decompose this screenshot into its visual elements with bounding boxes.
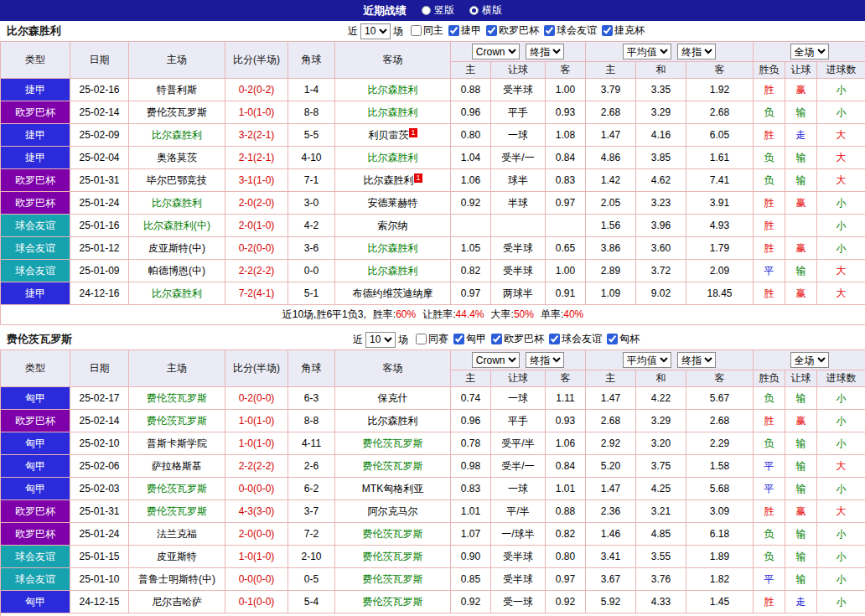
avg-draw-cell: 9.02 [636,282,686,305]
filter-checkbox[interactable]: 球会友谊 [544,23,597,38]
checkbox-input[interactable] [416,334,427,344]
odds-home-cell: 0.78 [451,432,491,455]
odds-away-cell: 0.65 [546,237,586,260]
handicap-result-cell: 输 [785,432,817,455]
home-team-cell: 比尔森胜利(中) [129,215,225,237]
sub-odds-away: 客 [546,62,586,79]
score-cell: 1-0(1-0) [225,546,288,568]
checkbox-label: 球会友谊 [557,23,597,38]
result-cell: 负 [754,523,785,546]
result-cell: 负 [754,169,785,192]
goals-result-cell: 小 [817,387,865,410]
checkbox-input[interactable] [544,25,555,36]
handicap-cell: 一球 [491,387,546,410]
avg-final-select[interactable]: 终指 [677,352,716,368]
fulltime-select[interactable]: 全场 [790,44,829,60]
corner-cell: 0-0 [288,260,335,282]
results-body: 捷甲25-02-16特普利斯0-2(0-2)1-4比尔森胜利0.88受半球1.0… [1,79,865,305]
handicap-cell: 受一球 [491,591,546,613]
filter-checkbox[interactable]: 同主 [411,23,443,38]
handicap-result-cell: 赢 [785,282,817,305]
final-odds-select[interactable]: 终指 [526,44,564,60]
league-cell: 球会友谊 [1,546,70,568]
league-cell: 球会友谊 [1,237,70,260]
avg-away-cell: 1.92 [686,79,754,101]
col-home: 主场 [129,42,225,79]
avg-draw-cell: 3.29 [636,410,686,432]
odds-away-cell: 1.06 [546,432,586,455]
bookmaker-select[interactable]: Crown [472,44,520,60]
final-odds-select[interactable]: 终指 [526,352,564,368]
odds-home-cell: 0.97 [451,282,491,305]
goals-result-cell: 小 [817,523,865,546]
layout-radio-horizontal[interactable]: 横版 [469,3,502,18]
goals-result-cell: 小 [817,568,865,591]
checkbox-input[interactable] [549,334,560,344]
avg-home-cell: 5.20 [586,455,636,478]
col-away: 客场 [335,350,451,387]
bookmaker-select[interactable]: Crown [472,352,520,368]
match-count-select[interactable]: 10 [365,332,396,348]
layout-radio-vertical[interactable]: 竖版 [422,3,454,18]
team-section-away: 费伦茨瓦罗斯 近 10 场 同赛匈甲欧罗巴杯球会友谊匈杯 类型 日期 主场 比分… [0,329,865,616]
goals-result-cell: 小 [817,546,865,568]
avg-draw-cell: 3.23 [636,192,686,215]
checkbox-input[interactable] [448,25,459,36]
date-cell: 25-01-15 [70,546,129,568]
fulltime-select[interactable]: 全场 [790,352,829,368]
avg-away-cell: 1.82 [686,568,754,591]
corner-cell: 7-1 [288,169,335,192]
odds-home-cell: 0.82 [451,260,491,282]
corner-cell: 2-6 [288,455,335,478]
radio-icon[interactable] [422,6,431,15]
match-row: 球会友谊25-01-15皮亚斯特1-0(1-0)2-10费伦茨瓦罗斯0.90受半… [1,546,865,568]
date-cell: 25-02-10 [70,432,129,455]
filter-checkbox[interactable]: 捷甲 [448,23,481,38]
checkbox-input[interactable] [411,25,422,36]
result-cell: 平 [754,260,785,282]
away-team-cell: 费伦茨瓦罗斯 [335,523,451,546]
average-select[interactable]: 平均值 [623,352,671,368]
checkbox-input[interactable] [486,25,497,36]
page-title: 近期战绩 [363,3,407,18]
avg-away-cell: 2.29 [686,432,754,455]
home-team-cell: 普鲁士明斯特(中) [129,568,225,591]
result-cell: 胜 [754,192,785,215]
odds-away-cell: 0.91 [546,282,586,305]
filter-checkbox[interactable]: 捷克杯 [602,23,645,38]
home-team-cell: 帕德博恩(中) [129,260,225,282]
avg-draw-cell: 3.21 [636,500,686,523]
avg-final-select[interactable]: 终指 [677,44,716,60]
avg-away-cell: 18.45 [686,282,754,305]
radio-selected-icon[interactable] [469,6,479,15]
avg-home-cell: 1.46 [586,523,636,546]
filter-checkbox[interactable]: 欧罗巴杯 [486,23,539,38]
avg-draw-cell: 3.20 [636,432,686,455]
filter-checkbox[interactable]: 球会友谊 [549,332,602,346]
result-cell: 胜 [754,237,785,260]
handicap-cell: 受半/一 [491,455,546,478]
checkbox-input[interactable] [607,334,618,344]
filter-checkbox[interactable]: 匈杯 [607,332,640,346]
date-cell: 25-02-03 [70,478,129,500]
odds-home-cell: 0.96 [451,101,491,124]
filter-checkbox[interactable]: 匈甲 [453,332,486,346]
checkbox-input[interactable] [602,25,613,36]
match-count-select[interactable]: 10 [360,23,391,39]
handicap-cell: 受半/一 [491,147,546,169]
match-row: 球会友谊25-01-09帕德博恩(中)2-2(2-2)0-0比尔森胜利0.82受… [1,260,865,282]
sub-goals: 进球数 [817,370,865,387]
checkbox-label: 捷甲 [461,23,481,38]
checkbox-input[interactable] [453,334,464,344]
average-select[interactable]: 平均值 [623,44,671,60]
odds-away-cell: 0.92 [546,591,586,613]
checkbox-input[interactable] [491,334,502,344]
home-team-cell: 皮亚斯特 [129,546,225,568]
handicap-result-cell: 输 [785,478,817,500]
filter-checkbox[interactable]: 同赛 [416,332,448,346]
match-row: 欧罗巴杯25-02-14费伦茨瓦罗斯1-0(1-0)8-8比尔森胜利0.96平手… [1,101,865,124]
filter-checkbox[interactable]: 欧罗巴杯 [491,332,544,346]
odds-home-cell: 0.92 [451,192,491,215]
result-cell: 负 [754,101,785,124]
goals-result-cell: 小 [817,215,865,237]
